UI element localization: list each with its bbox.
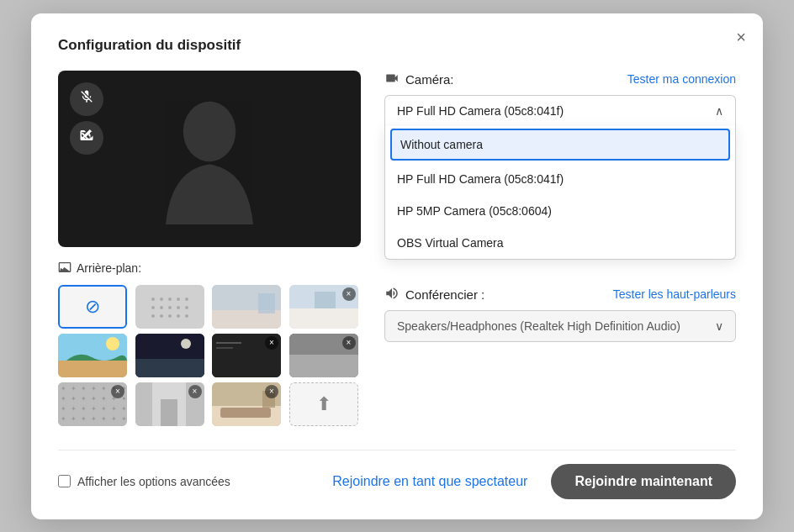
svg-rect-30 — [216, 347, 233, 349]
svg-point-1 — [151, 298, 155, 301]
beach-bg — [58, 334, 127, 377]
close-button[interactable]: × — [736, 29, 746, 45]
svg-rect-20 — [289, 308, 358, 329]
svg-rect-38 — [161, 399, 177, 426]
bg-pattern-thumb[interactable]: ✦ × — [58, 382, 127, 426]
svg-rect-29 — [216, 342, 241, 344]
background-icon — [58, 261, 71, 277]
mic-muted-icon — [79, 89, 94, 108]
svg-point-5 — [185, 298, 188, 301]
remove-hall-bg-icon[interactable]: × — [188, 385, 202, 398]
svg-point-14 — [177, 314, 180, 318]
bg-dots-thumb[interactable] — [135, 285, 204, 329]
dark-beach-bg — [135, 334, 204, 377]
svg-point-13 — [168, 314, 172, 318]
remove-gray-bg-icon[interactable]: × — [342, 336, 356, 350]
svg-rect-41 — [220, 408, 271, 418]
bg-room2-thumb[interactable]: × — [289, 285, 358, 329]
spectator-button[interactable]: Rejoindre en tant que spectateur — [319, 466, 541, 498]
chevron-up-icon: ∧ — [715, 104, 723, 118]
camera-setting-row: Caméra: Tester ma connexion HP Full HD C… — [384, 71, 736, 126]
dialog-title: Configuration du dispositif — [58, 37, 736, 54]
speaker-section-icon — [384, 286, 400, 303]
svg-point-12 — [160, 314, 163, 318]
bg-none-thumb[interactable]: ⊘ — [58, 285, 127, 329]
svg-point-24 — [106, 337, 119, 350]
speaker-setting-row: Conférencier : Tester les haut-parleurs … — [384, 286, 736, 342]
speaker-header: Conférencier : Tester les haut-parleurs — [384, 286, 736, 303]
background-grid: ⊘ — [58, 285, 361, 426]
camera-dropdown[interactable]: HP Full HD Camera (05c8:041f) ∧ Without … — [384, 95, 736, 126]
svg-point-7 — [160, 306, 163, 309]
bg-hall-thumb[interactable]: × — [135, 382, 204, 426]
camera-option-obs[interactable]: OBS Virtual Camera — [385, 227, 735, 259]
svg-point-0 — [183, 101, 236, 161]
camera-header: Caméra: Tester ma connexion — [384, 71, 736, 88]
bg-room-thumb[interactable] — [212, 285, 281, 329]
camera-section-icon — [384, 71, 400, 88]
bg-upload-thumb[interactable]: ⬆ — [289, 382, 358, 426]
svg-rect-18 — [258, 293, 275, 313]
left-panel: Arrière-plan: ⊘ — [58, 71, 361, 426]
svg-rect-26 — [135, 359, 204, 377]
background-label: Arrière-plan: — [58, 261, 361, 277]
upload-icon: ⬆ — [316, 393, 331, 415]
svg-rect-21 — [315, 292, 336, 308]
svg-point-10 — [185, 306, 188, 309]
bg-beach-thumb[interactable] — [58, 334, 127, 377]
svg-point-9 — [177, 306, 180, 309]
cam-muted-badge — [70, 121, 103, 155]
svg-point-2 — [160, 298, 163, 301]
svg-point-3 — [168, 298, 172, 301]
svg-point-8 — [168, 306, 172, 309]
svg-point-27 — [181, 339, 191, 349]
svg-point-6 — [151, 306, 155, 309]
remove-livingroom-bg-icon[interactable]: × — [265, 385, 278, 398]
remove-bg-icon[interactable]: × — [342, 287, 356, 301]
svg-point-4 — [177, 298, 180, 301]
user-silhouette — [155, 92, 264, 226]
bg-gray-thumb[interactable]: × — [289, 334, 358, 377]
camera-dropdown-list: Without camera HP Full HD Camera (05c8:0… — [384, 126, 736, 260]
remove-dark-bg-icon[interactable]: × — [265, 336, 278, 350]
chevron-down-icon: ∨ — [715, 319, 723, 333]
background-section: Arrière-plan: ⊘ — [58, 261, 361, 426]
speaker-label: Conférencier : — [384, 286, 484, 303]
footer-buttons: Rejoindre en tant que spectateur Rejoind… — [319, 464, 736, 499]
room-bg — [212, 285, 281, 329]
camera-option-hp-5mp[interactable]: HP 5MP Camera (05c8:0604) — [385, 195, 735, 227]
bg-livingroom-thumb[interactable]: × — [212, 382, 281, 426]
advanced-options-checkbox[interactable] — [58, 475, 71, 487]
dots-pattern — [145, 291, 195, 323]
svg-rect-32 — [289, 355, 358, 377]
camera-selected[interactable]: HP Full HD Camera (05c8:041f) ∧ — [384, 95, 736, 126]
bg-dark-beach-thumb[interactable] — [135, 334, 204, 377]
no-background-icon: ⊘ — [85, 296, 100, 318]
camera-label: Caméra: — [384, 71, 454, 88]
svg-point-11 — [151, 314, 155, 318]
right-panel: Caméra: Tester ma connexion HP Full HD C… — [384, 71, 736, 426]
advanced-options-label[interactable]: Afficher les options avancées — [58, 475, 230, 488]
test-speakers-link[interactable]: Tester les haut-parleurs — [613, 287, 736, 301]
speaker-dropdown[interactable]: Speakers/Headphones (Realtek High Defini… — [384, 310, 736, 342]
test-connection-link[interactable]: Tester ma connexion — [627, 72, 736, 86]
bg-dark-thumb[interactable]: × — [212, 334, 281, 377]
dialog-footer: Afficher les options avancées Rejoindre … — [58, 450, 736, 499]
cam-muted-icon — [79, 128, 94, 147]
join-button[interactable]: Rejoindre maintenant — [551, 464, 736, 499]
remove-pattern-bg-icon[interactable]: × — [111, 385, 124, 398]
video-preview — [58, 71, 361, 247]
svg-point-15 — [185, 314, 188, 318]
camera-option-hp-full[interactable]: HP Full HD Camera (05c8:041f) — [385, 163, 735, 195]
device-config-dialog: Configuration du dispositif × — [31, 13, 763, 519]
camera-option-without[interactable]: Without camera — [390, 129, 730, 161]
svg-rect-23 — [58, 361, 127, 377]
mic-muted-badge — [70, 82, 103, 116]
